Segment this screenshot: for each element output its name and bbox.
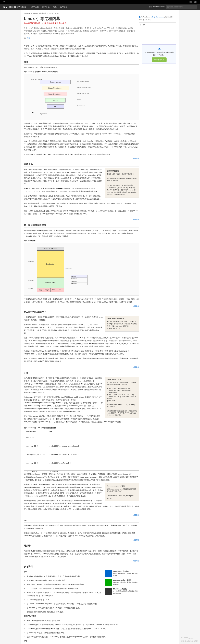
promo-dw[interactable]: developerWorks 中文社区IBM 软件下载中心，新技术中心集合成长合… — [105, 579, 139, 586]
sec-refs: 参考资料 — [24, 565, 139, 569]
nav-tech[interactable]: 技术主题 — [31, 6, 39, 8]
refs-discuss: 讨论 — [24, 640, 139, 642]
date-line: 2006 年 7 月 03 日 — [139, 19, 176, 21]
fig3-diagram: arch/i386/boot init head.S () ↓ startup_… — [24, 430, 139, 471]
search-input[interactable] — [166, 5, 197, 9]
bluemix-promo: ☁ 在 IBM Bluemix 云平台上开发并部署您的下一个应用。 开始您的试用 — [142, 44, 176, 64]
sec-startup: 系统启动 — [24, 163, 139, 167]
sidebar-grub-manual: GRUB 中的手工引导 在 GRUB 命令行中，我们可以使用 initrd 映像… — [105, 377, 139, 418]
author-line: 👤 M. Tim Jones (info@mtjones.com), 顾问工程师 — [139, 16, 176, 18]
p5: 当第二阶段的引导加载程序被装入 RAM 并执行时，通常会显示一个动画屏幕，并将 … — [24, 140, 139, 151]
author-email[interactable]: info@mtjones.com — [151, 16, 164, 18]
p10: 要引导一个操作系统，BIOS 运行时会按照 CMOS 的设置定义的顺序来搜索处于… — [24, 202, 139, 208]
nav-community[interactable]: 社区 — [53, 6, 57, 8]
sidebar-decompress: decompress_kernel 输出 函数 decompress_kerne… — [105, 483, 139, 501]
watermark: 51CTO.com blog.51cto.com — [181, 637, 198, 642]
fig2-diagram: 446 bytes 64 bytes 2 bytes 512 bytes Mas… — [24, 243, 139, 296]
p18: 将第二阶段的引导加载程序加载到内存中之后，就可以对文件系统进行查询了，并将默认的… — [24, 357, 139, 363]
page-subtitle: 从主引导记录到第一个用户空间应用程序的指导 — [24, 22, 135, 25]
back-top-link[interactable]: ↑ 回页首 — [133, 158, 139, 160]
promo-bluehathon[interactable]: BlueHathon 黑客松在一年规程技术创新技术教程的前端商业的经验 — [105, 588, 139, 595]
promo-bluemix[interactable]: IBM Bluemix 在官中心轻松实现应用程序、数据库及更多带来更多 — [105, 570, 139, 577]
fig1-caption: 图 1 是我们在 20,000 英尺的高度看到的视图。 — [24, 66, 139, 69]
back-top-link[interactable]: ↑ 回页首 — [133, 560, 139, 562]
nav-download[interactable]: 软件下载 — [42, 6, 49, 8]
p26: 在桌面 Linux 系统上，第一个启动的程序通常是 /sbin/init。但是这… — [24, 532, 139, 537]
back-top-link[interactable]: ↑ 回页首 — [133, 539, 139, 541]
sec-kernel: 内核 — [24, 372, 139, 375]
p13: 主引导加载程序的工作是查找并加载次引导加载程序（第二阶段）。它是通过在分区表中查… — [24, 298, 139, 304]
sec-init: Init — [24, 519, 139, 523]
logo-ibm: IBM — [3, 6, 7, 8]
sidebar-grub: GRUB 阶段引导加载程序 /boot/grub 目录中包含了 stage1、s… — [105, 316, 139, 332]
fig1-diagram: Power up / Reset System startup BIOS / B… — [24, 74, 139, 120]
refs-products-list: GNU GRUB 是一个非常灵活的引导加载程序。 LinuxBIOS 是 BIO… — [24, 619, 139, 638]
p16: 关于 GRUB，很好的一件事情是它包含了有关 Linux 文件系统的知识。GRU… — [24, 336, 139, 348]
p6: 这就是 Linux 引导的整个过程。现在让我们深入挖掘一下这个过程，并深入研究一… — [24, 153, 139, 156]
p4: 当找到一个引导设备之后，第一阶段的引导加载程序就被装入 RAM 并执行。这个引导… — [24, 132, 139, 138]
refs-products: 获得产品和技术 — [24, 614, 139, 618]
sec-stage2: 第二阶段引导加载程序 — [24, 310, 139, 314]
logo-dw[interactable]: developerWorks® — [9, 6, 26, 8]
sec-stage1: 第一阶段引导加载程序 — [24, 224, 139, 228]
p3: 当系统首次引导时，或系统被重置时，处理器会执行一个位于已知位置处的代码。在个人计… — [24, 122, 139, 131]
p1: 早期时，启动一台计算机意味着要给计算机喂一条包含引导程序的纸带，或者手工使用前端… — [24, 44, 139, 50]
p12: MBR 中的主引导加载程序是一个 512 字节大小的映像，其中包含程序代码和一个… — [24, 229, 139, 238]
back-top-link[interactable]: ↑ 回页首 — [133, 219, 139, 220]
fig2-title: 图 2. MBR 剖析 — [24, 240, 139, 242]
p25: 当内核被引导并进行初始化之后，内核就可以启动自己的第一个用户空间应用程序了。这是… — [24, 524, 139, 530]
bluemix-try-button[interactable]: 开始您的试用 — [152, 58, 167, 62]
fig1-title: 图 1. Linux 引导过程在 20,000 英尺处的视图 — [24, 70, 139, 73]
back-top-link[interactable]: ↑ 回页首 — [133, 305, 139, 307]
fig3-title: 图 3. Linux 内核 i386 引导的主要函数流程 — [24, 426, 139, 429]
back-top-link[interactable]: ↑ 回页首 — [133, 366, 139, 368]
top-right-links[interactable]: 登录 | 提交 — [189, 1, 197, 3]
sec-conclusion: 结束语 — [24, 544, 139, 548]
toc-toggle[interactable]: ▶ 内容 — [139, 22, 176, 27]
main-nav: IBM developerWorks® 技术主题 软件下载 社区 技术讲座 搜索… — [0, 4, 200, 10]
intro-text: 引导 Linux® 系统的过程包括很多阶段。不管您是引导一个标准的 x86 桌面… — [24, 27, 135, 35]
page-title: Linux 引导过程内幕 — [24, 16, 135, 21]
p27: 与 Linux 本身非常类似，Linux 的引导过程也非常灵活，可以支持众多的处… — [24, 550, 139, 558]
p11: 通常，Linux 都是从硬盘上引导的，其中主引导记录（MBR）中包含主引导加载程… — [24, 210, 139, 215]
search-box: 搜索 developerWorks — [149, 5, 197, 9]
ibm-mini-logo: IBM — [3, 1, 6, 3]
p2: 让我们先从高级的视角来查看 Linux 引导过程，这样就可以看到整个过程的全貌了… — [24, 52, 139, 58]
sidebar-mbr: 提取 MBR 的信息 要查看 MBR 的内容，请使用下面的命令： # dd if… — [105, 168, 139, 198]
nav-talks[interactable]: 技术讲座 — [60, 6, 67, 8]
back-top-link[interactable]: ↑ 回页首 — [133, 514, 139, 516]
sec-overview: 概述 — [24, 61, 139, 64]
promo-cards: IBM Bluemix 在官中心轻松实现应用程序、数据库及更多带来更多 deve… — [105, 570, 139, 597]
search-label: 搜索 developerWorks — [149, 6, 165, 8]
comment-link[interactable]: 💬 评论 — [24, 37, 30, 39]
p17: 当阶段 2 加载之后，GRUB 就可以在请求时显示可用内核列表（在 /etc/g… — [24, 350, 139, 355]
breadcrumb[interactable]: developerWorks 中国 > 技术主题 > Linux > 文档库 > — [24, 12, 176, 14]
top-bar: IBM 登录 | 提交 — [0, 0, 200, 4]
